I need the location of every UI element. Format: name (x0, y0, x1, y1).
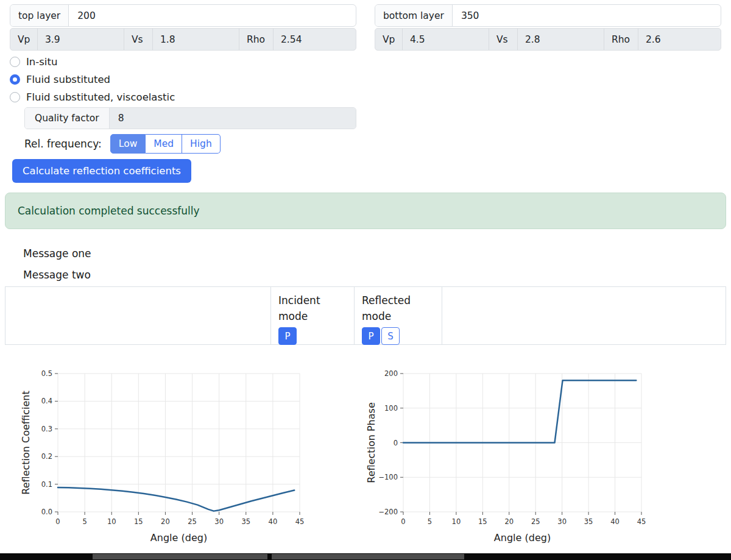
quality-factor-group: Quality factor (24, 107, 356, 129)
top-layer-label: top layer (10, 5, 69, 26)
svg-text:0.0: 0.0 (41, 508, 52, 516)
svg-text:5: 5 (82, 517, 87, 526)
bottom-bar-segment (93, 554, 267, 559)
svg-text:Reflection Phase: Reflection Phase (366, 402, 377, 483)
top-vs-label: Vs (124, 29, 153, 50)
svg-text:35: 35 (241, 517, 250, 526)
bottom-rho-input[interactable] (646, 34, 713, 45)
svg-text:0: 0 (394, 439, 398, 447)
svg-text:Reflection Coefficient: Reflection Coefficient (20, 391, 32, 494)
svg-text:10: 10 (452, 517, 461, 526)
radio-fluid-substituted[interactable]: Fluid substituted (10, 71, 731, 88)
reflected-mode-header: Reflected mode (362, 292, 434, 324)
svg-text:0.4: 0.4 (41, 397, 52, 405)
svg-text:0.5: 0.5 (41, 369, 52, 378)
reflection-phase-chart[interactable]: 051015202530354045−200−1000100200Angle (… (366, 366, 646, 548)
app-page: top layer Vp Vs Rho bottom layer Vp Vs (0, 0, 731, 560)
charts-row: 0510152025303540450.00.10.20.30.40.5Angl… (0, 366, 731, 548)
radio-in-situ-label: In-situ (26, 56, 57, 68)
radio-in-situ[interactable]: In-situ (10, 53, 731, 71)
bottom-vs-input[interactable] (525, 34, 596, 45)
svg-text:40: 40 (610, 517, 620, 526)
svg-text:−100: −100 (378, 473, 398, 481)
top-layer-input[interactable] (69, 5, 356, 26)
top-vp-label: Vp (10, 29, 38, 50)
svg-text:25: 25 (531, 517, 540, 526)
svg-text:25: 25 (188, 517, 197, 526)
quality-factor-label: Quality factor (25, 108, 110, 129)
radio-fluid-substituted-label: Fluid substituted (26, 74, 110, 85)
radio-button-icon[interactable] (10, 57, 20, 67)
bottom-vp-input[interactable] (410, 34, 481, 45)
freq-button-low[interactable]: Low (110, 134, 146, 154)
calculate-button[interactable]: Calculate reflection coefficients (12, 159, 191, 183)
success-alert-text: Calculation completed successfully (18, 205, 200, 217)
layer-inputs-section: top layer Vp Vs Rho bottom layer Vp Vs (0, 0, 731, 51)
svg-text:0.3: 0.3 (41, 425, 52, 433)
radio-fluid-substituted-viscoelastic[interactable]: Fluid substituted, viscoelastic (10, 88, 731, 106)
top-layer-column: top layer Vp Vs Rho (10, 4, 356, 51)
radio-fluid-substituted-viscoelastic-label: Fluid substituted, viscoelastic (26, 91, 175, 103)
message-two: Message two (23, 269, 731, 281)
incident-mode-cell: Incident mode P (270, 287, 354, 344)
svg-text:40: 40 (269, 517, 278, 526)
bottom-layer-properties: Vp Vs Rho (375, 28, 721, 51)
rel-frequency-button-group: Low Med High (110, 134, 221, 154)
mode-table: Incident mode P Reflected mode P S (5, 286, 726, 345)
message-one: Message one (23, 247, 731, 260)
svg-text:30: 30 (214, 517, 224, 526)
bottom-rho-label: Rho (604, 29, 638, 50)
svg-text:15: 15 (134, 517, 143, 526)
radio-button-icon[interactable] (10, 92, 20, 102)
top-rho-input[interactable] (281, 34, 348, 45)
bottom-layer-group: bottom layer (375, 4, 721, 27)
quality-factor-input[interactable] (110, 108, 356, 129)
rel-frequency-row: Rel. frequency: Low Med High (24, 134, 731, 154)
bottom-vp-label: Vp (375, 29, 403, 50)
freq-button-med[interactable]: Med (146, 134, 182, 154)
reflected-s-button[interactable]: S (381, 327, 400, 345)
success-alert: Calculation completed successfully (5, 193, 726, 229)
rel-frequency-label: Rel. frequency: (24, 138, 102, 150)
mode-table-spacer (5, 287, 270, 344)
svg-text:20: 20 (504, 517, 514, 526)
svg-text:0: 0 (55, 517, 60, 526)
svg-text:10: 10 (107, 517, 116, 526)
bottom-vs-label: Vs (489, 29, 518, 50)
top-layer-properties: Vp Vs Rho (10, 28, 356, 51)
bottom-bar-segment (272, 554, 464, 559)
bottom-bar (0, 553, 731, 560)
bottom-layer-column: bottom layer Vp Vs Rho (375, 4, 721, 51)
reflected-p-button[interactable]: P (362, 327, 380, 345)
svg-text:0.2: 0.2 (41, 452, 52, 461)
svg-text:0: 0 (401, 517, 405, 526)
svg-text:20: 20 (161, 517, 170, 526)
svg-text:200: 200 (384, 369, 398, 378)
top-vp-input[interactable] (45, 34, 116, 45)
reflected-mode-cell: Reflected mode P S (354, 287, 442, 344)
svg-text:0.1: 0.1 (41, 480, 52, 489)
svg-text:45: 45 (637, 517, 646, 526)
incident-mode-header: Incident mode (278, 292, 347, 324)
incident-p-button[interactable]: P (278, 327, 297, 345)
reflection-coefficient-chart[interactable]: 0510152025303540450.00.10.20.30.40.5Angl… (13, 366, 306, 548)
svg-text:−200: −200 (378, 508, 398, 516)
radio-button-checked-icon[interactable] (10, 74, 20, 85)
svg-text:5: 5 (428, 517, 432, 526)
top-layer-group: top layer (10, 4, 356, 27)
top-rho-label: Rho (239, 29, 274, 50)
svg-text:Angle (deg): Angle (deg) (494, 532, 551, 544)
mode-table-spacer (442, 287, 726, 344)
top-vs-input[interactable] (160, 34, 231, 45)
svg-text:100: 100 (384, 404, 398, 413)
freq-button-high[interactable]: High (182, 134, 221, 154)
svg-text:Angle (deg): Angle (deg) (150, 532, 207, 544)
svg-text:45: 45 (295, 517, 305, 526)
svg-text:30: 30 (557, 517, 567, 526)
substitution-radio-group: In-situ Fluid substituted Fluid substitu… (10, 53, 731, 106)
bottom-layer-input[interactable] (453, 5, 721, 26)
bottom-layer-label: bottom layer (375, 5, 453, 26)
svg-text:15: 15 (478, 517, 487, 526)
svg-text:35: 35 (584, 517, 593, 526)
